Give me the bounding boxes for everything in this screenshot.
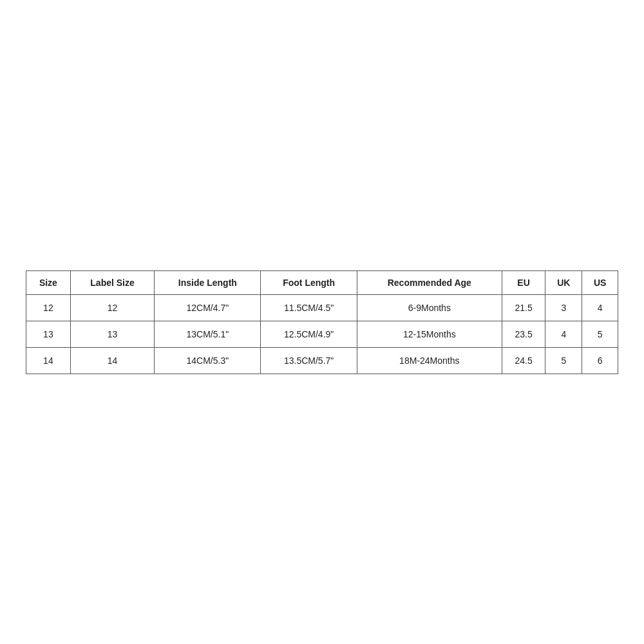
cell-recommended-age: 18M-24Months [357, 347, 502, 374]
col-header-uk: UK [545, 270, 582, 294]
cell-us: 5 [582, 321, 618, 347]
cell-inside-length: 14CM/5.3" [155, 347, 261, 374]
cell-eu: 24.5 [502, 347, 545, 374]
cell-foot-length: 11.5CM/4.5" [261, 294, 357, 321]
table-row: 12 12 12CM/4.7" 11.5CM/4.5" 6-9Months 21… [26, 294, 618, 321]
col-header-us: US [582, 270, 618, 294]
cell-size: 12 [26, 294, 71, 321]
table-row: 14 14 14CM/5.3" 13.5CM/5.7" 18M-24Months… [26, 347, 618, 374]
cell-eu: 23.5 [502, 321, 545, 347]
cell-label-size: 13 [70, 321, 155, 347]
col-header-label-size: Label Size [70, 270, 155, 294]
size-chart-table: Size Label Size Inside Length Foot Lengt… [26, 270, 618, 374]
table-header-row: Size Label Size Inside Length Foot Lengt… [26, 270, 618, 294]
table-row: 13 13 13CM/5.1" 12.5CM/4.9" 12-15Months … [26, 321, 618, 347]
col-header-inside-length: Inside Length [155, 270, 261, 294]
cell-uk: 5 [545, 347, 582, 374]
cell-us: 4 [582, 294, 618, 321]
cell-recommended-age: 6-9Months [357, 294, 502, 321]
cell-foot-length: 13.5CM/5.7" [261, 347, 357, 374]
col-header-eu: EU [502, 270, 545, 294]
cell-uk: 4 [545, 321, 582, 347]
cell-size: 13 [26, 321, 71, 347]
col-header-recommended-age: Recommended Age [357, 270, 502, 294]
cell-us: 6 [582, 347, 618, 374]
col-header-size: Size [26, 270, 71, 294]
cell-inside-length: 13CM/5.1" [155, 321, 261, 347]
cell-uk: 3 [545, 294, 582, 321]
cell-foot-length: 12.5CM/4.9" [261, 321, 357, 347]
cell-recommended-age: 12-15Months [357, 321, 502, 347]
cell-label-size: 12 [70, 294, 155, 321]
col-header-foot-length: Foot Length [261, 270, 357, 294]
cell-size: 14 [26, 347, 71, 374]
cell-inside-length: 12CM/4.7" [155, 294, 261, 321]
size-chart-container: Size Label Size Inside Length Foot Lengt… [26, 270, 618, 374]
cell-eu: 21.5 [502, 294, 545, 321]
cell-label-size: 14 [70, 347, 155, 374]
